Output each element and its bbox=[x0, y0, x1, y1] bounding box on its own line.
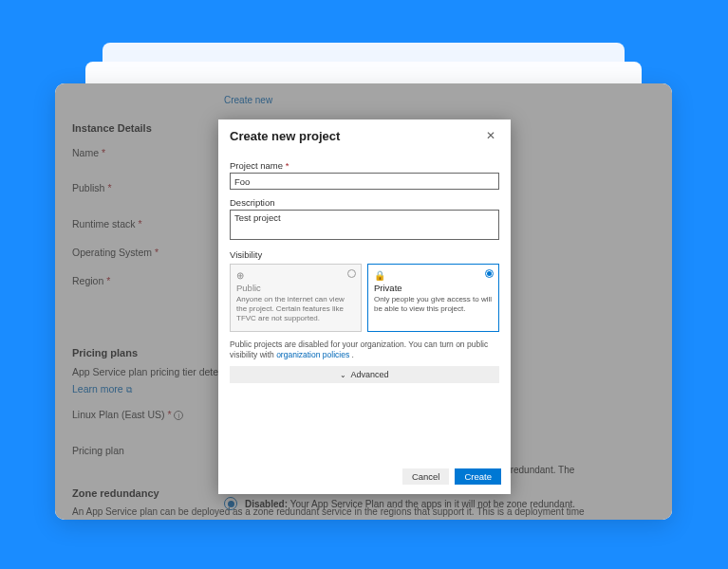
public-disabled-note: Public projects are disabled for your or… bbox=[230, 340, 499, 360]
advanced-label: Advanced bbox=[350, 370, 388, 379]
project-name-label: Project name * bbox=[230, 160, 499, 171]
visibility-label: Visibility bbox=[230, 249, 499, 260]
visibility-public-desc: Anyone on the internet can view the proj… bbox=[236, 295, 355, 323]
description-label: Description bbox=[230, 197, 499, 208]
advanced-toggle[interactable]: ⌄ Advanced bbox=[230, 366, 499, 383]
radio-icon bbox=[485, 269, 494, 278]
organization-policies-link[interactable]: organization policies bbox=[276, 350, 349, 359]
create-button[interactable]: Create bbox=[455, 468, 501, 485]
radio-icon bbox=[347, 269, 356, 278]
visibility-option-public: ⊕ Public Anyone on the internet can view… bbox=[230, 264, 362, 332]
create-project-modal: Create new project ✕ Project name * Desc… bbox=[218, 119, 511, 494]
description-input[interactable] bbox=[230, 210, 499, 240]
visibility-public-title: Public bbox=[236, 283, 355, 293]
visibility-option-private[interactable]: 🔒 Private Only people you give access to… bbox=[367, 264, 499, 332]
close-icon[interactable]: ✕ bbox=[486, 130, 499, 143]
main-card: Create new Instance Details Name * Publi… bbox=[55, 83, 672, 520]
project-name-input[interactable] bbox=[230, 173, 499, 190]
lock-icon: 🔒 bbox=[374, 270, 493, 281]
globe-icon: ⊕ bbox=[236, 270, 355, 281]
visibility-private-title: Private bbox=[374, 283, 493, 293]
modal-title: Create new project bbox=[230, 129, 340, 143]
cancel-button[interactable]: Cancel bbox=[402, 468, 450, 485]
visibility-private-desc: Only people you give access to will be a… bbox=[374, 295, 493, 314]
chevron-down-icon: ⌄ bbox=[340, 371, 346, 379]
